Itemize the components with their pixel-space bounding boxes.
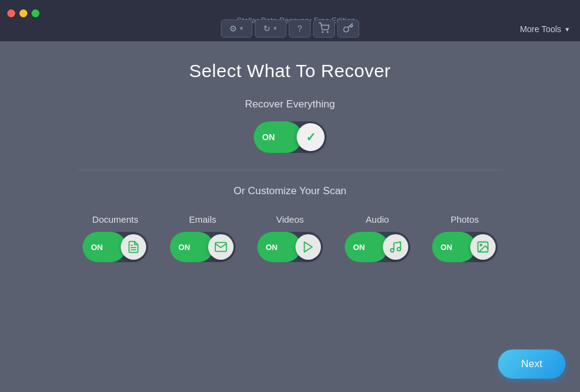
audio-toggle-green (345, 232, 388, 262)
documents-toggle-green (83, 232, 126, 262)
audio-on-label: ON (353, 243, 365, 252)
customize-label: Or Customize Your Scan (234, 185, 346, 197)
audio-label: Audio (366, 214, 389, 225)
videos-icon (302, 240, 315, 254)
settings-chevron-icon: ▼ (239, 25, 244, 32)
history-button[interactable]: ↻ ▼ (255, 19, 286, 38)
photos-toggle[interactable]: ON (432, 232, 497, 262)
history-icon: ↻ (263, 24, 271, 33)
documents-knob (121, 234, 146, 260)
documents-on-label: ON (91, 243, 103, 252)
photos-on-label: ON (440, 243, 453, 252)
settings-button[interactable]: ⚙ ▼ (221, 19, 252, 38)
categories-row: Documents ON Emails (83, 214, 497, 262)
photos-category: Photos ON (432, 214, 497, 262)
audio-toggle[interactable]: ON (345, 232, 410, 262)
toggle-green-background (254, 121, 302, 153)
documents-icon (127, 240, 140, 254)
recover-everything-toggle[interactable]: ON ✓ (254, 121, 326, 153)
section-divider (78, 170, 502, 171)
emails-knob (208, 234, 234, 260)
documents-toggle[interactable]: ON (83, 232, 148, 262)
photos-toggle-green (432, 232, 476, 262)
page-title: Select What To Recover (189, 61, 391, 81)
titlebar: ← Stellar Data Recovery Free Edition ⚙ ▼… (0, 0, 580, 41)
videos-toggle-green (257, 232, 301, 262)
more-tools-button[interactable]: More Tools ▼ (520, 24, 570, 34)
svg-point-0 (322, 32, 323, 33)
audio-category: Audio ON (345, 214, 410, 262)
traffic-lights (7, 10, 39, 18)
history-chevron-icon: ▼ (272, 25, 278, 32)
main-content: Select What To Recover Recover Everythin… (0, 41, 580, 392)
emails-label: Emails (189, 214, 216, 225)
photos-knob (470, 234, 496, 260)
toolbar: ⚙ ▼ ↻ ▼ ? (221, 19, 359, 41)
videos-toggle[interactable]: ON (257, 232, 323, 262)
next-button[interactable]: Next (498, 350, 565, 379)
cart-icon (319, 22, 329, 35)
audio-knob (383, 234, 408, 260)
svg-point-8 (480, 244, 482, 246)
svg-point-5 (391, 249, 394, 252)
emails-on-label: ON (178, 243, 191, 252)
key-button[interactable] (337, 19, 359, 38)
svg-marker-4 (305, 242, 312, 252)
cart-button[interactable] (313, 19, 335, 38)
emails-category: Emails ON (170, 214, 235, 262)
audio-icon (389, 240, 402, 254)
more-tools-label: More Tools (520, 24, 561, 34)
emails-icon (214, 240, 228, 254)
photos-label: Photos (451, 214, 479, 225)
videos-label: Videos (276, 214, 304, 225)
key-icon (343, 22, 354, 35)
toggle-on-label: ON (262, 132, 275, 142)
recover-everything-label: Recover Everything (245, 98, 335, 110)
videos-on-label: ON (266, 243, 278, 252)
videos-knob (295, 234, 321, 260)
emails-toggle[interactable]: ON (170, 232, 235, 262)
settings-icon: ⚙ (229, 24, 237, 33)
minimize-button[interactable] (19, 10, 27, 18)
help-button[interactable]: ? (289, 19, 311, 38)
documents-label: Documents (92, 214, 138, 225)
emails-toggle-green (170, 232, 214, 262)
help-icon: ? (297, 24, 302, 33)
videos-category: Videos ON (257, 214, 323, 262)
svg-point-6 (397, 248, 401, 251)
documents-category: Documents ON (83, 214, 148, 262)
toggle-knob: ✓ (297, 123, 325, 151)
more-tools-chevron-icon: ▼ (564, 26, 570, 33)
photos-icon (476, 240, 490, 254)
check-icon: ✓ (306, 130, 316, 144)
maximize-button[interactable] (32, 10, 39, 18)
svg-point-1 (327, 32, 328, 33)
close-button[interactable] (7, 10, 15, 18)
